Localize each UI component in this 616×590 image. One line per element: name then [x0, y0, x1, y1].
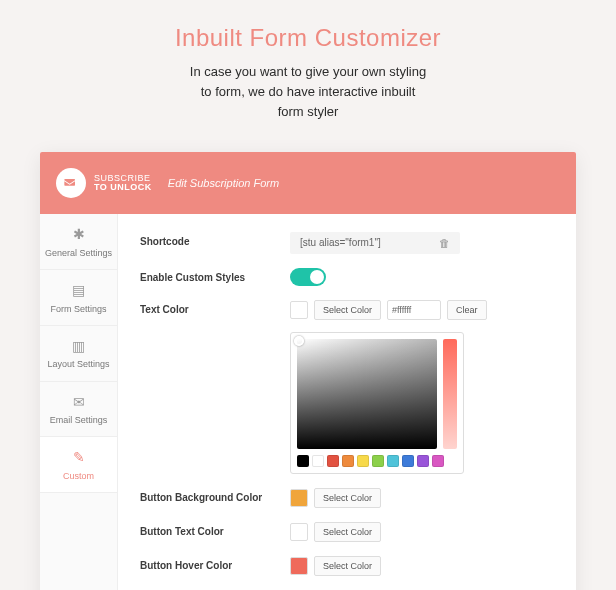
btn-text-label: Button Text Color: [140, 522, 290, 537]
btn-bg-select-button[interactable]: Select Color: [314, 488, 381, 508]
page-sub-line1: In case you want to give your own stylin…: [190, 64, 426, 79]
form-icon: ▤: [44, 282, 113, 300]
page-subtitle: In case you want to give your own stylin…: [20, 62, 596, 122]
brand-line2: TO UNLOCK: [94, 183, 152, 192]
tab-form-label: Form Settings: [50, 304, 106, 314]
btn-hover-label: Button Hover Color: [140, 556, 290, 571]
tab-general[interactable]: ✱ General Settings: [40, 214, 117, 270]
tab-layout[interactable]: ▥ Layout Settings: [40, 326, 117, 382]
brand-badge: [56, 168, 86, 198]
btn-hover-select-button[interactable]: Select Color: [314, 556, 381, 576]
saturation-area[interactable]: [297, 339, 437, 449]
page-sub-line3: form styler: [278, 104, 339, 119]
text-color-swatch[interactable]: [290, 301, 308, 319]
preset-swatch[interactable]: [387, 455, 399, 467]
hue-strip[interactable]: [443, 339, 457, 449]
preset-swatch[interactable]: [432, 455, 444, 467]
preset-swatch[interactable]: [357, 455, 369, 467]
tab-form[interactable]: ▤ Form Settings: [40, 270, 117, 326]
tab-custom[interactable]: ✎ Custom: [40, 437, 117, 493]
enable-custom-label: Enable Custom Styles: [140, 268, 290, 283]
preset-swatch[interactable]: [372, 455, 384, 467]
preset-swatch[interactable]: [402, 455, 414, 467]
page-title: Inbuilt Form Customizer: [20, 24, 596, 52]
tab-custom-label: Custom: [63, 471, 94, 481]
trash-icon[interactable]: 🗑: [439, 232, 450, 254]
color-picker[interactable]: [290, 332, 464, 474]
customizer-panel: SUBSCRIBE TO UNLOCK Edit Subscription Fo…: [40, 152, 576, 590]
btn-text-swatch[interactable]: [290, 523, 308, 541]
preset-swatch[interactable]: [297, 455, 309, 467]
text-color-hex-input[interactable]: [387, 300, 441, 320]
page-sub-line2: to form, we do have interactive inbuilt: [201, 84, 416, 99]
brand-text: SUBSCRIBE TO UNLOCK: [94, 174, 152, 192]
btn-bg-swatch[interactable]: [290, 489, 308, 507]
tab-email-label: Email Settings: [50, 415, 108, 425]
text-color-select-button[interactable]: Select Color: [314, 300, 381, 320]
btn-hover-swatch[interactable]: [290, 557, 308, 575]
shortcode-value[interactable]: [stu alias="form1"] 🗑: [290, 232, 460, 254]
tab-email[interactable]: ✉ Email Settings: [40, 382, 117, 438]
envelope-icon: ✉: [44, 394, 113, 412]
preset-swatch[interactable]: [312, 455, 324, 467]
text-color-label: Text Color: [140, 300, 290, 315]
enable-custom-toggle[interactable]: [290, 268, 326, 286]
saturation-cursor[interactable]: [294, 336, 304, 346]
preset-swatches: [297, 455, 457, 467]
panel-subtitle: Edit Subscription Form: [168, 177, 279, 189]
shortcode-label: Shortcode: [140, 232, 290, 247]
panel-header: SUBSCRIBE TO UNLOCK Edit Subscription Fo…: [40, 152, 576, 214]
btn-text-select-button[interactable]: Select Color: [314, 522, 381, 542]
text-color-clear-button[interactable]: Clear: [447, 300, 487, 320]
preset-swatch[interactable]: [327, 455, 339, 467]
layout-icon: ▥: [44, 338, 113, 356]
preset-swatch[interactable]: [417, 455, 429, 467]
side-tabs: ✱ General Settings ▤ Form Settings ▥ Lay…: [40, 214, 118, 590]
btn-bg-label: Button Background Color: [140, 488, 290, 503]
gear-icon: ✱: [44, 226, 113, 244]
tab-general-label: General Settings: [45, 248, 112, 258]
main-area: Shortcode [stu alias="form1"] 🗑 Enable C…: [118, 214, 576, 590]
envelope-lock-icon: [63, 175, 79, 191]
brush-icon: ✎: [44, 449, 113, 467]
shortcode-text: [stu alias="form1"]: [300, 232, 381, 254]
preset-swatch[interactable]: [342, 455, 354, 467]
tab-layout-label: Layout Settings: [47, 359, 109, 369]
